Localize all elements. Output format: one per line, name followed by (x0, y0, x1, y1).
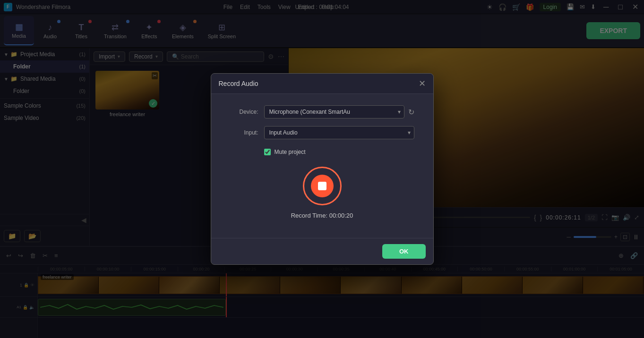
record-outer-btn[interactable] (303, 167, 342, 205)
record-button-area: Record Time: 00:00:20 (230, 167, 414, 219)
input-select[interactable]: Input Audio (264, 126, 414, 139)
input-select-wrap: Input Audio ▾ (264, 126, 414, 139)
record-time: Record Time: 00:00:20 (291, 212, 353, 219)
ok-button[interactable]: OK (382, 244, 426, 259)
device-select-wrap: Microphone (Conexant SmartAu ▾ (264, 105, 404, 118)
stop-icon (318, 182, 326, 190)
mute-checkbox-row: Mute project (230, 149, 414, 155)
device-label: Device: (230, 109, 258, 115)
modal-close-btn[interactable]: ✕ (419, 79, 426, 88)
modal-overlay: Record Audio ✕ Device: Microphone (Conex… (0, 0, 644, 338)
input-field: Input: Input Audio ▾ (230, 126, 414, 139)
record-audio-dialog: Record Audio ✕ Device: Microphone (Conex… (211, 73, 434, 265)
mute-label: Mute project (275, 149, 306, 155)
refresh-btn[interactable]: ↻ (408, 108, 414, 117)
modal-title: Record Audio (219, 80, 258, 87)
mute-checkbox[interactable] (264, 149, 271, 155)
modal-footer: OK (211, 238, 433, 264)
modal-header: Record Audio ✕ (211, 74, 433, 94)
input-label: Input: (230, 129, 258, 136)
record-inner-btn (311, 175, 334, 197)
modal-body: Device: Microphone (Conexant SmartAu ▾ ↻… (211, 94, 433, 238)
device-select[interactable]: Microphone (Conexant SmartAu (264, 105, 404, 118)
device-field: Device: Microphone (Conexant SmartAu ▾ ↻ (230, 105, 414, 118)
